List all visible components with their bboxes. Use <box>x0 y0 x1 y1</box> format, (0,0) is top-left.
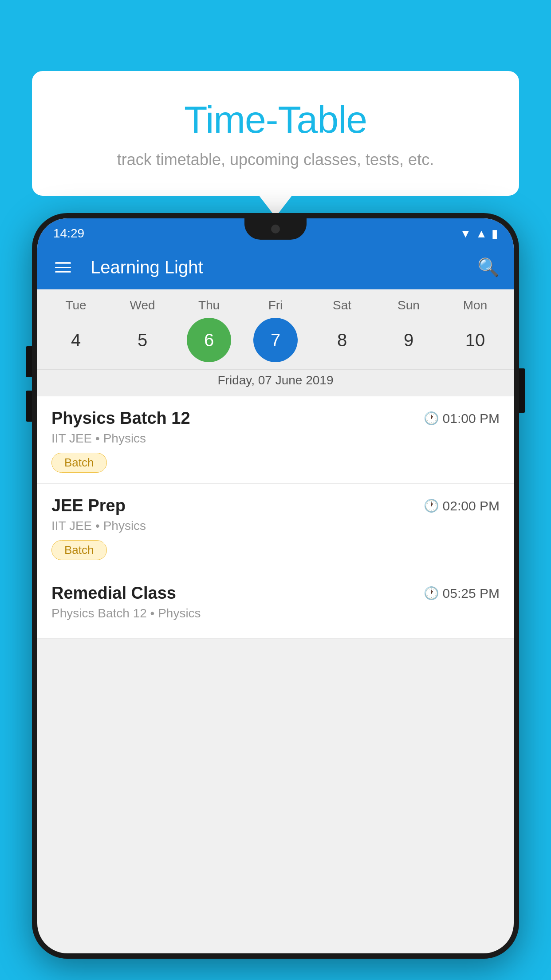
hamburger-line-2 <box>55 267 71 268</box>
schedule-time-2: 🕐 02:00 PM <box>424 498 500 514</box>
search-button[interactable]: 🔍 <box>477 257 500 278</box>
battery-icon: ▮ <box>492 227 498 241</box>
schedule-time-1: 🕐 01:00 PM <box>424 411 500 426</box>
speech-bubble: Time-Table track timetable, upcoming cla… <box>32 71 519 196</box>
calendar-strip: Tue Wed Thu Fri Sat Sun Mon 4 5 6 7 8 9 … <box>37 289 514 396</box>
day-6-today[interactable]: 6 <box>187 318 231 362</box>
schedule-list: Physics Batch 12 🕐 01:00 PM IIT JEE • Ph… <box>37 396 514 639</box>
clock-icon-3: 🕐 <box>424 586 439 601</box>
bubble-subtitle: track timetable, upcoming classes, tests… <box>53 150 498 169</box>
day-header-thu: Thu <box>187 298 231 312</box>
day-header-sun: Sun <box>386 298 431 312</box>
day-8[interactable]: 8 <box>320 318 364 362</box>
day-header-sat: Sat <box>320 298 364 312</box>
schedule-item-3[interactable]: Remedial Class 🕐 05:25 PM Physics Batch … <box>37 571 514 639</box>
schedule-item-1[interactable]: Physics Batch 12 🕐 01:00 PM IIT JEE • Ph… <box>37 396 514 484</box>
schedule-item-2-header: JEE Prep 🕐 02:00 PM <box>51 496 500 515</box>
batch-badge-1: Batch <box>51 453 107 473</box>
status-time: 14:29 <box>53 226 84 241</box>
day-header-wed: Wed <box>120 298 165 312</box>
day-header-mon: Mon <box>453 298 497 312</box>
clock-icon-2: 🕐 <box>424 498 439 513</box>
phone-mockup: 14:29 ▼ ▲ ▮ Learning Light 🔍 <box>32 213 519 980</box>
day-header-fri: Fri <box>253 298 298 312</box>
schedule-time-value-3: 05:25 PM <box>443 586 500 601</box>
schedule-subtitle-3: Physics Batch 12 • Physics <box>51 606 500 620</box>
schedule-title-3: Remedial Class <box>51 584 176 603</box>
schedule-title-2: JEE Prep <box>51 496 126 515</box>
bubble-title: Time-Table <box>53 98 498 142</box>
phone-outer: 14:29 ▼ ▲ ▮ Learning Light 🔍 <box>32 213 519 959</box>
day-10[interactable]: 10 <box>453 318 497 362</box>
power-button[interactable] <box>519 368 525 413</box>
front-camera <box>271 225 280 233</box>
hamburger-line-3 <box>55 271 71 273</box>
schedule-item-3-header: Remedial Class 🕐 05:25 PM <box>51 584 500 603</box>
day-numbers: 4 5 6 7 8 9 10 <box>37 318 514 362</box>
clock-icon-1: 🕐 <box>424 411 439 426</box>
day-header-tue: Tue <box>54 298 98 312</box>
batch-badge-2: Batch <box>51 540 107 560</box>
wifi-icon: ▼ <box>460 227 472 241</box>
selected-date-label: Friday, 07 June 2019 <box>37 369 514 396</box>
schedule-subtitle-1: IIT JEE • Physics <box>51 431 500 446</box>
hamburger-menu-button[interactable] <box>51 259 75 276</box>
schedule-time-value-1: 01:00 PM <box>443 411 500 426</box>
hamburger-line-1 <box>55 262 71 264</box>
volume-down-button[interactable] <box>26 391 32 422</box>
day-5[interactable]: 5 <box>120 318 165 362</box>
phone-screen: 14:29 ▼ ▲ ▮ Learning Light 🔍 <box>37 218 514 953</box>
phone-notch <box>244 218 307 240</box>
schedule-subtitle-2: IIT JEE • Physics <box>51 519 500 533</box>
app-title: Learning Light <box>91 257 465 277</box>
volume-up-button[interactable] <box>26 346 32 377</box>
schedule-title-1: Physics Batch 12 <box>51 409 190 428</box>
signal-icon: ▲ <box>476 227 487 241</box>
day-9[interactable]: 9 <box>386 318 431 362</box>
app-bar: Learning Light 🔍 <box>37 245 514 289</box>
schedule-time-value-2: 02:00 PM <box>443 498 500 514</box>
schedule-time-3: 🕐 05:25 PM <box>424 586 500 601</box>
day-headers: Tue Wed Thu Fri Sat Sun Mon <box>37 298 514 312</box>
day-4[interactable]: 4 <box>54 318 98 362</box>
schedule-item-2[interactable]: JEE Prep 🕐 02:00 PM IIT JEE • Physics Ba… <box>37 484 514 571</box>
day-7-selected[interactable]: 7 <box>253 318 298 362</box>
schedule-item-1-header: Physics Batch 12 🕐 01:00 PM <box>51 409 500 428</box>
speech-bubble-section: Time-Table track timetable, upcoming cla… <box>32 71 519 196</box>
status-icons: ▼ ▲ ▮ <box>460 227 498 241</box>
